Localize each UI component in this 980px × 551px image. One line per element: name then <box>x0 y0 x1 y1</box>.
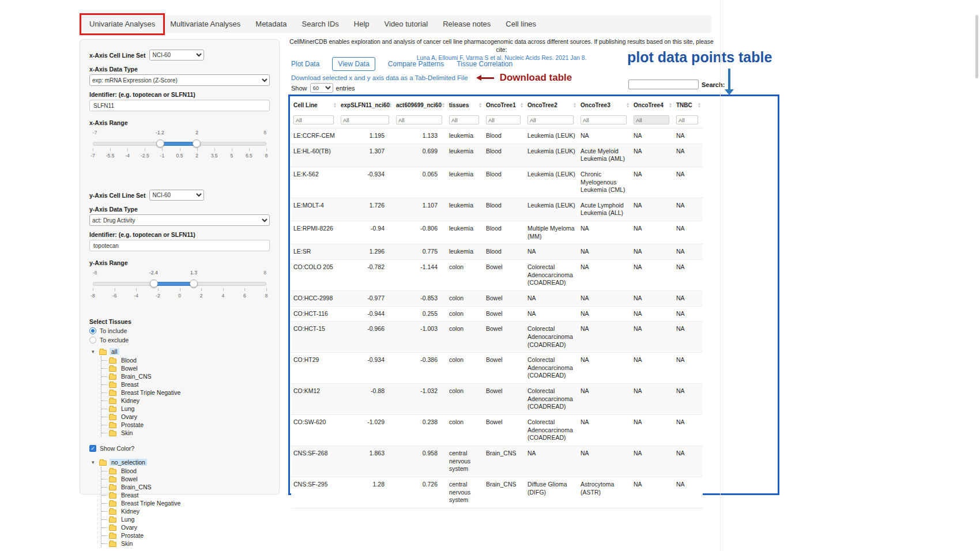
table-row-le-hl-60-tb[interactable]: LE:HL-60(TB)1.3070.699leukemiaBloodLeuke… <box>291 144 703 167</box>
sort-icon[interactable]: ▲▼ <box>669 103 672 108</box>
filter-input-oncotree3[interactable] <box>581 115 627 124</box>
cell: leukemia <box>447 144 484 167</box>
sort-icon[interactable]: ▲▼ <box>626 103 630 108</box>
tab-plot-data[interactable]: Plot Data <box>291 60 319 68</box>
tab-tissue-correlation[interactable]: Tissue Correlation <box>457 60 512 68</box>
table-row-co-hct-15[interactable]: CO:HCT-15-0.966-1.003colonBowelColorecta… <box>291 322 703 353</box>
table-row-le-ccrf-cem[interactable]: LE:CCRF-CEM1.1951.133leukemiaBloodLeukem… <box>291 129 703 144</box>
tree-item-all[interactable]: ▾all <box>92 347 270 356</box>
column-header-tnbc[interactable]: TNBC▲▼ <box>674 97 703 112</box>
tree-item-blood[interactable]: Blood <box>101 356 270 364</box>
tree-item-breast-triple-negative[interactable]: Breast Triple Negative <box>101 388 270 397</box>
slider-handle-to[interactable] <box>190 280 198 288</box>
tree-item-bowel[interactable]: Bowel <box>101 364 270 372</box>
x-cell-line-set-select[interactable]: NCI-60 <box>149 50 204 61</box>
filter-input-act609699-nci60[interactable] <box>396 115 442 124</box>
nav-item-multivariate-analyses[interactable]: Multivariate Analyses <box>163 16 248 33</box>
table-row-co-hct-116[interactable]: CO:HCT-116-0.9440.255colonBowelNANANANA <box>291 306 703 322</box>
table-row-le-sr[interactable]: LE:SR1.2960.775leukemiaBloodNANANANA <box>291 244 703 260</box>
table-row-le-molt-4[interactable]: LE:MOLT-41.7261.107leukemiaBloodLeukemia… <box>291 198 703 221</box>
nav-item-metadata[interactable]: Metadata <box>248 16 294 33</box>
filter-input-oncotree1[interactable] <box>486 115 521 124</box>
y-identifier-input[interactable] <box>89 240 270 251</box>
table-row-cns-sf-268[interactable]: CNS:SF-2681.8630.958central nervous syst… <box>291 446 703 477</box>
tree-item-breast[interactable]: Breast <box>101 491 270 499</box>
column-header-oncotree1[interactable]: OncoTree1▲▼ <box>484 97 525 112</box>
tree-item-bowel[interactable]: Bowel <box>101 475 270 483</box>
column-header-act609699-nci60[interactable]: act609699_nci60▲▼ <box>394 97 447 112</box>
sort-icon[interactable]: ▲▼ <box>520 103 523 108</box>
filter-input-oncotree4[interactable] <box>634 115 669 124</box>
column-header-expslfn11-nci60[interactable]: expSLFN11_nci60▲▼ <box>338 97 394 112</box>
slider-track[interactable] <box>93 142 266 146</box>
nav-item-video-tutorial[interactable]: Video tutorial <box>377 16 436 33</box>
filter-input-cell-line[interactable] <box>293 115 334 124</box>
download-link[interactable]: Download selected x and y axis data as a… <box>291 74 468 81</box>
column-header-oncotree2[interactable]: OncoTree2▲▼ <box>525 97 578 112</box>
column-header-oncotree4[interactable]: OncoTree4▲▼ <box>631 97 674 112</box>
column-header-tissues[interactable]: tissues▲▼ <box>447 97 484 112</box>
nav-item-cell-lines[interactable]: Cell lines <box>498 16 544 33</box>
tissue-exclude-radio[interactable]: To exclude <box>89 337 270 344</box>
table-row-cns-sf-295[interactable]: CNS:SF-2951.280.726central nervous syste… <box>291 477 703 508</box>
tree-item-skin[interactable]: Skin <box>101 429 270 437</box>
search-input[interactable] <box>628 80 699 89</box>
tree-item-prostate[interactable]: Prostate <box>101 531 270 539</box>
y-cell-line-set-label: y-Axis Cell Line Set <box>89 192 145 199</box>
tree-item-ovary[interactable]: Ovary <box>101 413 270 421</box>
tree-item-kidney[interactable]: Kidney <box>101 507 270 515</box>
show-color-toggle[interactable]: ✓ Show Color? <box>89 445 270 452</box>
sort-icon[interactable]: ▲▼ <box>389 103 392 108</box>
x-identifier-input[interactable] <box>89 100 270 111</box>
slider-handle-to[interactable] <box>193 139 201 148</box>
tree-item-breast-triple-negative[interactable]: Breast Triple Negative <box>101 499 270 507</box>
tree-item-blood[interactable]: Blood <box>101 467 270 475</box>
tab-view-data[interactable]: View Data <box>332 57 375 71</box>
tree-item-brain-cns[interactable]: Brain_CNS <box>101 372 270 380</box>
slider-track[interactable] <box>93 282 266 286</box>
sort-icon[interactable]: ▲▼ <box>442 103 445 108</box>
column-header-cell-line[interactable]: Cell Line▲▼ <box>291 97 338 112</box>
filter-input-tissues[interactable] <box>449 115 479 124</box>
entries-select[interactable]: 60 <box>310 83 333 93</box>
table-row-le-rpmi-8226[interactable]: LE:RPMI-8226-0.94-0.806leukemiaBloodMult… <box>291 221 703 244</box>
tissue-include-radio[interactable]: To include <box>89 327 270 334</box>
page-scrollbar[interactable] <box>975 15 978 78</box>
filter-input-oncotree2[interactable] <box>527 115 574 124</box>
table-row-co-hcc-2998[interactable]: CO:HCC-2998-0.977-0.853colonBowelNANANAN… <box>291 290 703 306</box>
tab-compare-patterns[interactable]: Compare Patterns <box>388 60 444 68</box>
sort-icon[interactable]: ▲▼ <box>333 103 337 108</box>
cell: Blood <box>484 144 525 167</box>
nav-item-help[interactable]: Help <box>346 16 377 33</box>
table-row-co-sw-620[interactable]: CO:SW-620-1.0290.238colonBowelColorectal… <box>291 415 703 446</box>
tree-item-breast[interactable]: Breast <box>101 380 270 388</box>
table-row-co-colo-205[interactable]: CO:COLO 205-0.782-1.144colonBowelColorec… <box>291 260 703 291</box>
tree-item-no-selection[interactable]: ▾no_selection <box>92 458 270 467</box>
table-row-co-ht29[interactable]: CO:HT29-0.934-0.386colonBowelColorectal … <box>291 353 703 384</box>
tree-item-lung[interactable]: Lung <box>101 405 270 413</box>
slider-handle-from[interactable] <box>150 280 158 288</box>
tree-item-skin[interactable]: Skin <box>101 539 270 548</box>
nav-item-search-ids[interactable]: Search IDs <box>295 16 346 33</box>
cell: 0.775 <box>394 244 447 260</box>
slider-handle-from[interactable] <box>156 139 164 148</box>
tree-item-prostate[interactable]: Prostate <box>101 421 270 429</box>
tree-item-lung[interactable]: Lung <box>101 515 270 523</box>
sort-icon[interactable]: ▲▼ <box>478 103 482 108</box>
cell: NA <box>578 415 631 446</box>
nav-item-release-notes[interactable]: Release notes <box>435 16 498 33</box>
sort-icon[interactable]: ▲▼ <box>698 103 701 108</box>
filter-input-tnbc[interactable] <box>676 115 698 124</box>
table-row-le-k-562[interactable]: LE:K-562-0.9340.065leukemiaBloodLeukemia… <box>291 167 703 198</box>
column-header-oncotree3[interactable]: OncoTree3▲▼ <box>578 97 631 112</box>
y-data-type-select[interactable]: act: Drug Activity <box>89 214 270 226</box>
nav-item-univariate-analyses[interactable]: Univariate Analyses <box>82 16 163 33</box>
tree-item-brain-cns[interactable]: Brain_CNS <box>101 483 270 491</box>
sort-icon[interactable]: ▲▼ <box>573 103 576 108</box>
x-data-type-select[interactable]: exp: mRNA Expression (Z-Score) <box>89 74 270 86</box>
filter-input-expslfn11-nci60[interactable] <box>341 115 389 124</box>
tree-item-kidney[interactable]: Kidney <box>101 397 270 405</box>
tree-item-ovary[interactable]: Ovary <box>101 523 270 531</box>
table-row-co-km12[interactable]: CO:KM12-0.88-1.032colonBowelColorectal A… <box>291 384 703 415</box>
y-cell-line-set-select[interactable]: NCI-60 <box>149 190 204 201</box>
